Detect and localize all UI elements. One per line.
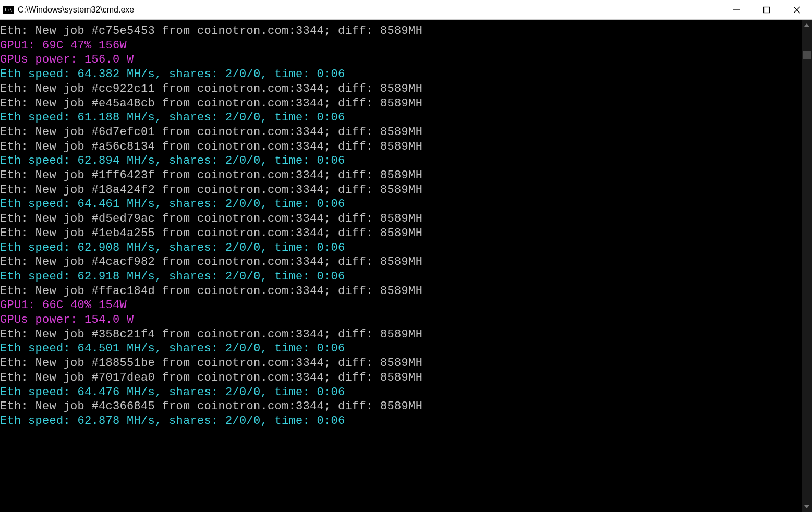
console-line: Eth: New job #c75e5453 from coinotron.co… bbox=[0, 24, 802, 39]
cmd-icon bbox=[3, 6, 14, 14]
console-line: Eth: New job #18a424f2 from coinotron.co… bbox=[0, 183, 802, 198]
console-line: Eth speed: 62.918 MH/s, shares: 2/0/0, t… bbox=[0, 270, 802, 284]
line-value: 66C 40% 154W bbox=[42, 299, 127, 312]
window-controls bbox=[721, 0, 812, 19]
console-line: Eth: New job #4c366845 from coinotron.co… bbox=[0, 399, 802, 414]
console-line: Eth: New job #a56c8134 from coinotron.co… bbox=[0, 140, 802, 154]
console-line: Eth: New job #188551be from coinotron.co… bbox=[0, 356, 802, 371]
console-line: Eth speed: 61.188 MH/s, shares: 2/0/0, t… bbox=[0, 111, 802, 125]
line-label: GPU1: bbox=[0, 299, 42, 312]
console-line: Eth: New job #4cacf982 from coinotron.co… bbox=[0, 255, 802, 270]
line-value: 69C 47% 156W bbox=[42, 39, 127, 52]
vertical-scrollbar[interactable] bbox=[802, 20, 812, 512]
console-line: Eth: New job #e45a48cb from coinotron.co… bbox=[0, 96, 802, 111]
console-output[interactable]: Eth: New job #c75e5453 from coinotron.co… bbox=[0, 20, 802, 512]
console-line: Eth speed: 64.501 MH/s, shares: 2/0/0, t… bbox=[0, 342, 802, 356]
svg-rect-1 bbox=[764, 7, 770, 13]
console-line: Eth: New job #6d7efc01 from coinotron.co… bbox=[0, 125, 802, 140]
close-button[interactable] bbox=[782, 0, 812, 19]
window-title: C:\Windows\system32\cmd.exe bbox=[18, 5, 721, 15]
window-titlebar[interactable]: C:\Windows\system32\cmd.exe bbox=[0, 0, 812, 20]
console-line: Eth: New job #ffac184d from coinotron.co… bbox=[0, 284, 802, 299]
console-line: GPUs power: 154.0 W bbox=[0, 313, 802, 327]
svg-marker-5 bbox=[804, 505, 809, 508]
line-value: 154.0 W bbox=[84, 313, 134, 326]
scroll-down-arrow[interactable] bbox=[802, 502, 812, 512]
scroll-up-arrow[interactable] bbox=[802, 20, 812, 30]
line-label: GPU1: bbox=[0, 39, 42, 52]
scrollbar-thumb[interactable] bbox=[803, 51, 811, 59]
console-line: GPU1: 69C 47% 156W bbox=[0, 39, 802, 53]
minimize-button[interactable] bbox=[721, 0, 752, 19]
line-label: GPUs power: bbox=[0, 313, 84, 326]
console-line: Eth: New job #1eb4a255 from coinotron.co… bbox=[0, 226, 802, 241]
console-line: Eth speed: 62.908 MH/s, shares: 2/0/0, t… bbox=[0, 241, 802, 255]
svg-marker-4 bbox=[804, 23, 809, 27]
console-line: Eth speed: 64.461 MH/s, shares: 2/0/0, t… bbox=[0, 197, 802, 212]
console-line: Eth: New job #358c21f4 from coinotron.co… bbox=[0, 327, 802, 342]
maximize-button[interactable] bbox=[752, 0, 782, 19]
console-line: Eth speed: 62.878 MH/s, shares: 2/0/0, t… bbox=[0, 414, 802, 429]
line-value: 156.0 W bbox=[84, 53, 134, 66]
console-line: GPUs power: 156.0 W bbox=[0, 53, 802, 67]
console-line: Eth: New job #d5ed79ac from coinotron.co… bbox=[0, 212, 802, 226]
console-line: Eth speed: 62.894 MH/s, shares: 2/0/0, t… bbox=[0, 154, 802, 168]
console-line: GPU1: 66C 40% 154W bbox=[0, 298, 802, 313]
console-line: Eth: New job #cc922c11 from coinotron.co… bbox=[0, 82, 802, 96]
console-line: Eth speed: 64.476 MH/s, shares: 2/0/0, t… bbox=[0, 385, 802, 400]
console-line: Eth: New job #7017dea0 from coinotron.co… bbox=[0, 371, 802, 385]
console-line: Eth: New job #1ff6423f from coinotron.co… bbox=[0, 168, 802, 183]
console-line: Eth speed: 64.382 MH/s, shares: 2/0/0, t… bbox=[0, 67, 802, 82]
line-label: GPUs power: bbox=[0, 53, 84, 66]
